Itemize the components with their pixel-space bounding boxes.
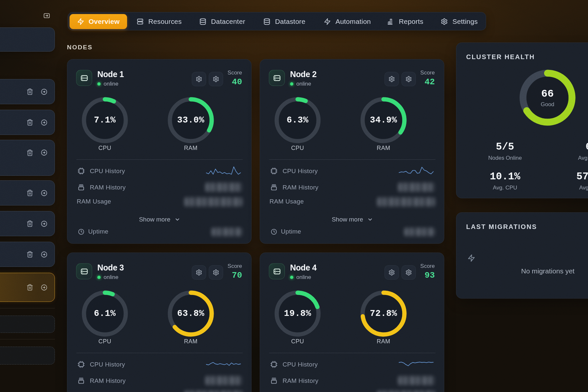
stat-avg-score: 66 Avg. Score: [578, 141, 588, 161]
sidebar-item[interactable]: [0, 110, 55, 135]
gear-icon: [388, 76, 395, 82]
node-settings-button[interactable]: [384, 72, 399, 86]
online-label: online: [296, 274, 311, 281]
empty-state-text: No migrations yet: [456, 267, 588, 275]
arrow-right-circle-icon[interactable]: [41, 149, 48, 156]
node-settings-button[interactable]: [401, 72, 416, 86]
arrow-right-circle-icon[interactable]: [41, 220, 48, 227]
sidebar-drop-zone[interactable]: [0, 316, 55, 333]
ram-history-label: RAM History: [283, 377, 318, 384]
ram-history-label: RAM History: [90, 184, 126, 191]
sidebar-divider: [0, 339, 55, 339]
score-label: Score: [228, 263, 242, 270]
score-label: Score: [420, 70, 435, 76]
cpu-gauge: 7.1%: [79, 94, 131, 146]
ram-gauge: 34.9%: [357, 94, 410, 146]
sidebar-header-card[interactable]: [0, 27, 55, 52]
tab-automation[interactable]: Automation: [324, 12, 371, 31]
arrow-right-circle-icon[interactable]: [41, 88, 48, 95]
node-settings-button[interactable]: [401, 265, 416, 280]
online-label: online: [296, 81, 311, 87]
tab-datacenter[interactable]: Datacenter: [199, 12, 245, 31]
ram-box-icon: [77, 377, 85, 384]
tab-settings[interactable]: Settings: [441, 12, 478, 31]
node-name: Node 4: [290, 263, 317, 272]
stat-avg-cpu: 10.1% Avg. CPU: [490, 171, 520, 191]
arrow-right-circle-icon[interactable]: [41, 251, 48, 258]
ram-label: RAM: [357, 338, 410, 345]
show-more-button[interactable]: Show more: [67, 216, 252, 223]
sidebar-item[interactable]: [0, 140, 55, 176]
cpu-percent: 6.3%: [287, 115, 309, 125]
show-more-label: Show more: [332, 216, 363, 223]
node-card: Node 3 online Score 70 6.1% CPU 63.8% RA: [67, 253, 252, 392]
online-dot: [97, 82, 101, 86]
node-settings-button[interactable]: [384, 265, 399, 280]
gear-icon: [213, 76, 219, 82]
tab-resources[interactable]: Resources: [137, 12, 182, 31]
tab-overview[interactable]: Overview: [70, 14, 127, 29]
sidebar-item[interactable]: [0, 242, 55, 267]
top-navbar: Overview Resources Datacenter Datastore …: [68, 12, 486, 30]
chevron-down-icon: [174, 217, 180, 222]
sidebar-collapse-icon[interactable]: [43, 12, 51, 19]
arrow-right-circle-icon[interactable]: [41, 119, 48, 126]
cpu-percent: 19.8%: [284, 309, 311, 318]
tab-label: Reports: [399, 18, 423, 25]
ram-history-row: RAM History: [270, 377, 318, 384]
show-more-label: Show more: [139, 216, 170, 223]
divider: [76, 353, 243, 353]
trash-icon[interactable]: [26, 284, 33, 291]
sidebar-item-active[interactable]: [0, 273, 55, 302]
ram-history-label: RAM History: [283, 184, 318, 191]
gear-icon: [196, 269, 202, 276]
cpu-label: CPU: [79, 145, 131, 152]
server-icon: [80, 74, 89, 82]
score-value: 93: [425, 270, 435, 280]
ram-box-icon: [270, 377, 278, 384]
cpu-history-label: CPU History: [283, 168, 318, 175]
server-icon: [273, 267, 281, 276]
server-icon: [137, 18, 144, 25]
sidebar-item[interactable]: [0, 180, 55, 205]
trash-icon[interactable]: [26, 189, 33, 196]
bar-chart-icon: [387, 18, 394, 25]
node-settings-button[interactable]: [209, 265, 223, 280]
tab-label: Datacenter: [211, 18, 245, 25]
redacted-value: [185, 197, 242, 206]
score-value: 40: [232, 77, 242, 87]
redacted-value: [377, 391, 435, 392]
sidebar-item[interactable]: [0, 211, 55, 236]
score-label: Score: [228, 70, 242, 76]
arrow-right-circle-icon[interactable]: [41, 189, 48, 197]
node-settings-button[interactable]: [209, 72, 223, 86]
tab-datastore[interactable]: Datastore: [263, 12, 305, 31]
server-icon: [273, 74, 281, 82]
divider: [269, 159, 435, 160]
cpu-label: CPU: [79, 338, 131, 345]
show-more-button[interactable]: Show more: [260, 216, 445, 223]
cpu-history-label: CPU History: [90, 361, 125, 368]
arrow-right-circle-icon[interactable]: [41, 284, 48, 291]
trash-icon[interactable]: [26, 119, 33, 126]
sidebar-drop-zone[interactable]: [0, 347, 55, 365]
trash-icon[interactable]: [26, 88, 33, 95]
ram-gauge: 63.8%: [165, 287, 217, 340]
trash-icon[interactable]: [26, 220, 33, 227]
cpu-history-label: CPU History: [283, 361, 318, 368]
online-dot: [290, 276, 293, 279]
cluster-health-score: 66: [541, 88, 554, 100]
sidebar-item[interactable]: [0, 79, 55, 104]
tab-reports[interactable]: Reports: [387, 12, 423, 31]
server-tile: [76, 263, 92, 279]
node-settings-button[interactable]: [192, 265, 206, 280]
database-icon: [199, 18, 206, 25]
score-value: 42: [425, 77, 435, 87]
node-name: Node 1: [97, 70, 124, 79]
trash-icon[interactable]: [26, 251, 33, 258]
redacted-value: [404, 228, 435, 236]
cpu-label: CPU: [271, 145, 324, 152]
node-settings-button[interactable]: [192, 72, 206, 86]
redacted-value: [398, 376, 435, 385]
trash-icon[interactable]: [26, 149, 33, 156]
